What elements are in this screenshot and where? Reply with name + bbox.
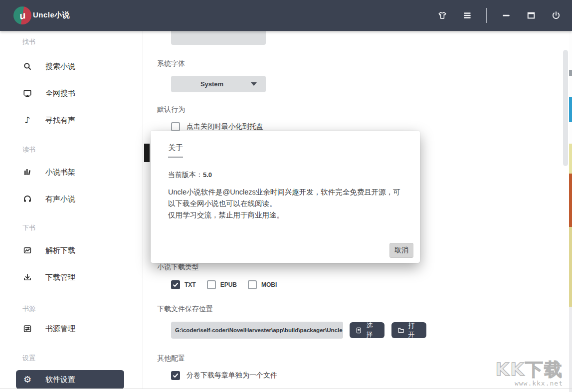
epub-label: EPUB [220,281,237,288]
app-title: Uncle小说 [33,10,70,20]
system-font-select[interactable]: System [171,76,266,92]
book-source-icon [22,324,32,334]
txt-label: TXT [185,281,196,288]
monitor-icon [22,88,32,98]
app-window: u Uncle小说 [0,0,572,392]
sidebar-section-find: 找书 [22,37,35,46]
power-close-icon[interactable] [550,9,562,21]
skin-theme-icon[interactable] [436,9,448,21]
sidebar-item-label: 软件设置 [45,375,75,385]
sidebar-item-label: 有声小说 [45,195,75,204]
parse-download-icon [22,245,32,255]
sidebar-item-label: 下载管理 [45,273,75,282]
split-volume-checkbox[interactable] [171,371,180,380]
version-label: 当前版本： [168,171,203,179]
sidebar-item-label: 寻找有声 [45,116,75,125]
download-icon [22,272,32,282]
music-note-icon: ♪ [22,115,32,125]
sidebar-item-web-search[interactable]: 全网搜书 [22,87,75,99]
mobi-checkbox[interactable] [248,280,257,289]
search-icon [22,61,32,71]
sidebar: 找书 搜索小说 全网搜书 ♪ 寻找有声 读书 [0,31,143,389]
sidebar-item-book-source[interactable]: 书源管理 [22,323,75,335]
dialog-version: 当前版本：5.0 [168,171,212,180]
cancel-button[interactable]: 取消 [389,243,413,258]
choose-path-button[interactable]: 选择 [350,322,384,338]
sidebar-section-read: 读书 [22,145,35,154]
dialog-title-underline [168,157,183,158]
titlebar: u Uncle小说 [0,0,572,31]
sidebar-item-label: 搜索小说 [45,62,75,71]
sidebar-item-label: 小说书架 [45,168,75,177]
maximize-icon[interactable] [525,9,537,21]
window-bottom-border [0,389,572,389]
system-font-value: System [200,80,223,88]
open-path-button[interactable]: 打开 [391,322,426,338]
other-config-label: 其他配置 [157,354,185,363]
titlebar-divider [486,8,487,23]
save-location-label: 下载文件保存位置 [157,305,213,314]
download-type-row: TXT EPUB MOBI [171,280,277,289]
chevron-down-icon [251,82,257,86]
tray-checkbox-row[interactable]: 点击关闭时最小化到托盘 [171,122,263,131]
sidebar-item-bookshelf[interactable]: 小说书架 [22,166,75,178]
system-font-label: 系统字体 [157,59,185,68]
sidebar-item-audio-novel[interactable]: 有声小说 [22,193,75,205]
gear-icon: ⚙ [22,375,32,385]
sidebar-item-parse-download[interactable]: 解析下载 [22,244,75,256]
tray-checkbox[interactable] [171,122,180,131]
obscured-tab-indicator [144,144,150,162]
sidebar-section-source: 书源 [22,304,35,313]
sidebar-item-software-settings[interactable]: ⚙ 软件设置 [16,370,124,389]
mobi-label: MOBI [261,281,277,288]
minimize-icon[interactable] [500,9,512,21]
sidebar-item-download-manager[interactable]: 下载管理 [22,271,75,283]
background-page-sliver [569,31,572,392]
dialog-title: 关于 [168,143,183,153]
sidebar-item-search-novel[interactable]: 搜索小说 [22,60,75,72]
dialog-description: Uncle小说软件是@Unclezs业余时间兴趣开发，软件完全免费且开源，可以下… [168,187,405,221]
txt-checkbox[interactable] [171,280,180,289]
split-volume-row[interactable]: 分卷下载每章单独为一个文件 [171,371,277,380]
tray-checkbox-label: 点击关闭时最小化到托盘 [187,122,263,131]
sidebar-item-label: 书源管理 [45,324,75,334]
vertical-scrollbar-thumb[interactable] [563,50,568,166]
sidebar-item-label: 解析下载 [45,246,75,255]
bookshelf-icon [22,167,32,177]
open-path-label: 打开 [408,321,420,339]
epub-checkbox[interactable] [207,280,216,289]
choose-path-label: 选择 [366,321,379,339]
about-dialog: 关于 当前版本：5.0 Uncle小说软件是@Unclezs业余时间兴趣开发，软… [151,131,420,263]
headphones-icon [22,194,32,204]
sidebar-item-label: 全网搜书 [45,89,75,98]
app-logo-icon: u [13,6,31,24]
download-type-label: 小说下载类型 [157,263,199,272]
sidebar-section-download: 下书 [22,223,35,232]
version-value: 5.0 [203,171,212,179]
default-behavior-label: 默认行为 [157,105,185,114]
save-path-value: G:\coder\self-coder\NovelHarvester\app\b… [175,327,343,333]
menu-icon[interactable] [461,9,473,21]
sidebar-section-settings: 设置 [22,354,35,363]
split-volume-label: 分卷下载每章单独为一个文件 [187,371,277,380]
save-path-input[interactable]: G:\coder\self-coder\NovelHarvester\app\b… [171,322,343,339]
sidebar-item-find-audio[interactable]: ♪ 寻找有声 [22,114,75,126]
